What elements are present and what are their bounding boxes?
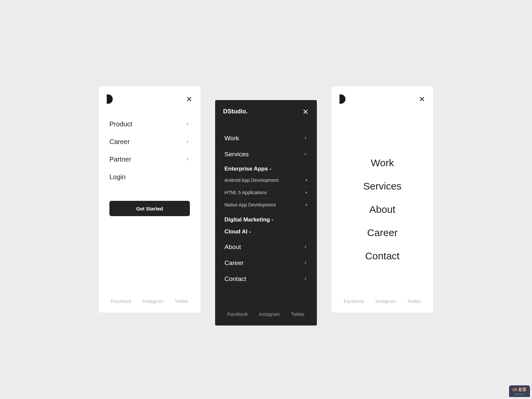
chevron-right-icon <box>303 275 308 283</box>
nav-label: About <box>224 243 241 251</box>
close-icon <box>419 96 425 102</box>
sub-label: HTML 5 Applications <box>224 190 267 195</box>
brand-logo: DStudio. <box>223 108 248 115</box>
nav-item-services[interactable]: Services <box>224 146 308 162</box>
section-header-marketing[interactable]: Digital Marketing - <box>224 213 308 225</box>
nav-item-partner[interactable]: Partner <box>109 156 190 163</box>
nav-item-contact[interactable]: Contact <box>224 271 308 287</box>
menu-screen-light-centered: Work Services About Career Contact Faceb… <box>332 86 433 313</box>
section-header-enterprise: Enterprise Apps - <box>224 162 308 174</box>
header <box>332 86 433 104</box>
chevron-right-icon <box>185 120 190 128</box>
external-link-icon <box>305 202 308 207</box>
nav-list: Product Career Partner Login <box>99 104 200 181</box>
sub-item-android[interactable]: Android App Development <box>224 174 308 187</box>
nav-label: Login <box>109 173 126 181</box>
footer-link-twitter[interactable]: Twitter <box>175 299 188 304</box>
sub-item-html5[interactable]: HTML 5 Applications <box>224 187 308 199</box>
svg-line-4 <box>305 180 307 181</box>
chevron-right-icon <box>303 259 308 267</box>
nav-list: Work Services Enterprise Apps - Android … <box>215 115 317 287</box>
close-button[interactable] <box>302 108 309 115</box>
external-link-icon <box>305 178 308 183</box>
header: DStudio. <box>215 100 317 115</box>
nav-item-about[interactable]: About <box>369 204 395 215</box>
sub-label: Android App Development <box>224 178 279 183</box>
footer-link-facebook[interactable]: Facebook <box>344 299 364 304</box>
logo-icon <box>107 94 113 104</box>
nav-item-contact[interactable]: Contact <box>365 250 399 262</box>
footer-link-twitter[interactable]: Twitter <box>291 312 305 317</box>
chevron-right-icon <box>303 135 308 142</box>
chevron-right-icon <box>185 138 190 146</box>
nav-item-work[interactable]: Work <box>224 130 308 146</box>
nav-label: Contact <box>224 275 246 283</box>
nav-item-product[interactable]: Product <box>109 120 190 128</box>
close-icon <box>302 108 309 115</box>
nav-item-about[interactable]: About <box>224 239 308 255</box>
svg-line-5 <box>305 192 307 194</box>
nav-label: Work <box>224 135 239 142</box>
get-started-button[interactable]: Get Started <box>109 201 190 216</box>
watermark-text: UI 老客 <box>512 387 527 392</box>
external-link-icon <box>305 190 308 195</box>
footer-link-facebook[interactable]: Facebook <box>227 312 248 317</box>
header <box>99 86 200 104</box>
sub-label: Native App Development <box>224 202 276 207</box>
footer-link-twitter[interactable]: Twitter <box>407 299 421 304</box>
nav-list: Work Services About Career Contact <box>332 104 433 299</box>
watermark-badge: UI 老客 ui8.com <box>509 385 530 397</box>
chevron-right-icon <box>303 243 308 251</box>
footer-link-facebook[interactable]: Facebook <box>111 299 131 304</box>
footer-link-instagram[interactable]: Instagram <box>259 312 280 317</box>
logo-icon <box>339 94 345 104</box>
menu-screen-light-compact: Product Career Partner Login Get Started… <box>99 86 200 313</box>
chevron-down-icon <box>303 151 308 158</box>
nav-label: Product <box>109 120 132 128</box>
nav-label: Partner <box>109 156 131 163</box>
svg-line-6 <box>305 204 307 206</box>
section-header-cloud[interactable]: Cloud AI - <box>224 225 308 237</box>
nav-label: Career <box>109 138 130 146</box>
footer-link-instagram[interactable]: Instagram <box>375 299 396 304</box>
nav-item-career[interactable]: Career <box>367 227 398 238</box>
nav-item-career[interactable]: Career <box>224 255 308 271</box>
nav-item-work[interactable]: Work <box>371 157 394 169</box>
nav-label: Services <box>224 151 249 158</box>
menu-screen-dark-expanded: DStudio. Work Services Enterprise Apps -… <box>215 100 317 326</box>
footer-links: Facebook Instagram Twitter <box>215 312 317 326</box>
footer-links: Facebook Instagram Twitter <box>99 299 200 313</box>
watermark-sub: ui8.com <box>512 393 527 396</box>
footer-links: Facebook Instagram Twitter <box>332 299 433 313</box>
chevron-right-icon <box>185 156 190 163</box>
close-button[interactable] <box>419 96 425 102</box>
footer-link-instagram[interactable]: Instagram <box>143 299 163 304</box>
close-icon <box>186 96 193 102</box>
nav-label: Career <box>224 259 244 267</box>
nav-item-services[interactable]: Services <box>363 181 401 192</box>
sub-item-native[interactable]: Native App Development <box>224 199 308 211</box>
nav-item-login[interactable]: Login <box>109 173 190 181</box>
nav-item-career[interactable]: Career <box>109 138 190 146</box>
close-button[interactable] <box>186 96 193 102</box>
